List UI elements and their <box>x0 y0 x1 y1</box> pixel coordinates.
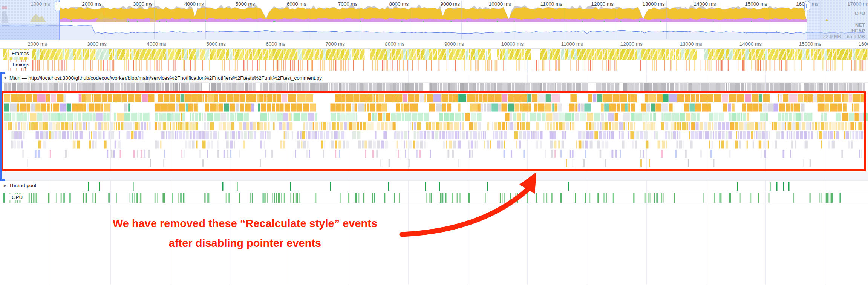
ruler-time-label: 15000 ms <box>799 41 821 47</box>
ruler-time-label: 14000 ms <box>739 41 762 47</box>
thread-pool-event <box>425 182 426 191</box>
overview-gridline <box>257 1 257 39</box>
ruler-time-label: 6000 ms <box>266 41 285 47</box>
overview-gridline <box>615 1 615 39</box>
overview-heap-label: HEAP <box>851 28 865 34</box>
overview-unselected-left <box>0 0 59 40</box>
expand-icon[interactable]: ▶ <box>4 183 7 188</box>
overview-gridline <box>564 1 564 39</box>
overview-gridline <box>769 1 769 39</box>
ruler-time-label: 2000 ms <box>28 41 47 47</box>
annotation-line2: after disabling pointer events <box>94 237 396 250</box>
devtools-performance-panel: 1000 ms2000 ms3000 ms4000 ms5000 ms6000 … <box>0 0 868 285</box>
overview-gridline <box>154 1 155 39</box>
overview-gridline <box>359 1 359 39</box>
gpu-bars <box>3 193 841 203</box>
thread-pool-event <box>133 182 134 191</box>
ruler-time-label: 9000 ms <box>444 41 464 47</box>
overview-net-label: NET <box>855 22 865 28</box>
timings-bars <box>8 60 866 71</box>
thread-pool-event <box>88 182 89 191</box>
track-header-thread-pool[interactable]: ▶Thread pool <box>4 183 36 188</box>
divider <box>0 60 868 60</box>
ruler-time-label: 12000 ms <box>620 41 643 47</box>
overview-gridline <box>666 1 667 39</box>
overview-gridline <box>308 1 308 39</box>
ruler-time-label: 3000 ms <box>87 41 107 47</box>
thread-pool-event <box>290 182 291 191</box>
overview-gridline <box>461 1 462 39</box>
overview-heap-range: 22.9 MB – 65.9 MB <box>823 34 865 39</box>
task-bars <box>4 83 865 91</box>
warning-icon: ▲ <box>825 17 829 22</box>
track-label-timings[interactable]: Timings <box>9 62 32 68</box>
overview-gridline <box>205 1 206 39</box>
track-header-main[interactable]: ▼Main — http://localhost:3000/github/cod… <box>3 75 322 81</box>
ruler-time-label: 7000 ms <box>325 41 345 47</box>
divider <box>0 180 868 181</box>
overview-gridline <box>513 1 513 39</box>
thread-pool-event <box>788 182 790 191</box>
ruler-time-label: 11000 ms <box>561 41 583 47</box>
thread-pool-event <box>783 182 784 191</box>
overview-gridline <box>410 1 410 39</box>
overview-gridline <box>718 1 718 39</box>
divider <box>0 74 868 74</box>
thread-pool-event <box>439 182 440 191</box>
overview-gridline <box>103 1 103 39</box>
thread-pool-event <box>568 182 569 191</box>
selection-right-handle[interactable] <box>804 1 810 11</box>
thread-pool-event <box>222 182 224 191</box>
divider <box>0 82 868 83</box>
main-track-title: Main — http://localhost:3000/github/code… <box>9 75 322 81</box>
frames-partial-hatch <box>3 49 867 60</box>
track-label-frames[interactable]: Frames <box>9 50 32 57</box>
ruler-time-label: 5000 ms <box>206 41 226 47</box>
ruler-time-label: 8000 ms <box>385 41 404 47</box>
timeline-ruler[interactable]: 2000 ms3000 ms4000 ms5000 ms6000 ms7000 … <box>0 40 868 48</box>
divider <box>0 204 868 204</box>
ruler-time-label: 13000 ms <box>680 41 702 47</box>
divider <box>0 192 868 192</box>
thread-pool-event <box>487 182 488 191</box>
ruler-time-label: 16000 ms <box>859 41 868 47</box>
selection-left-handle[interactable] <box>55 1 60 11</box>
thread-pool-event <box>330 182 331 191</box>
thread-pool-event <box>237 182 238 191</box>
thread-pool-event <box>770 182 771 191</box>
highlight-rectangle <box>2 91 866 171</box>
thread-pool-event <box>737 182 738 191</box>
ruler-time-label: 4000 ms <box>147 41 166 47</box>
ruler-time-label: 10000 ms <box>501 41 524 47</box>
overview-cpu-label: CPU <box>855 11 865 16</box>
track-label-gpu[interactable]: GPU <box>9 194 25 200</box>
thread-pool-event <box>776 182 778 191</box>
annotation-line1: We have removed these “Recalculate style… <box>94 217 396 230</box>
thread-pool-event <box>388 182 389 191</box>
thread-pool-label: Thread pool <box>9 183 36 188</box>
thread-pool-event <box>99 182 100 191</box>
divider <box>0 48 868 49</box>
